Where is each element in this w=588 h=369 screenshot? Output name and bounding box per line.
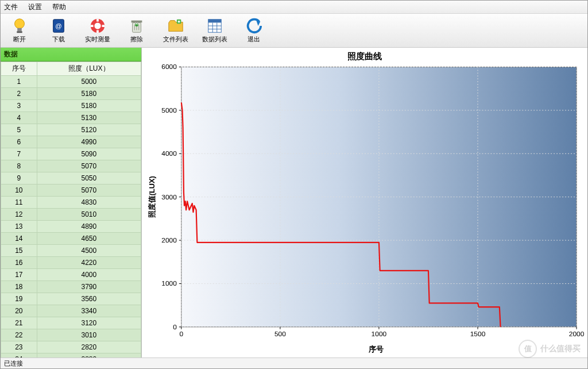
- cell-index: 24: [1, 353, 37, 358]
- cell-index: 2: [1, 88, 37, 100]
- col-index[interactable]: 序号: [1, 62, 37, 76]
- main-body: 数据 序号 照度（LUX） 15000251803518045130551206…: [1, 48, 587, 358]
- menu-help[interactable]: 帮助: [52, 2, 66, 12]
- svg-text:0: 0: [173, 323, 177, 331]
- bulb-icon: [11, 17, 28, 34]
- cell-lux: 2880: [37, 353, 141, 358]
- cell-lux: 4500: [37, 245, 141, 257]
- cell-index: 22: [1, 329, 37, 341]
- cell-lux: 5130: [37, 112, 141, 124]
- table-row[interactable]: 64990: [1, 136, 141, 148]
- cell-index: 1: [1, 76, 37, 88]
- cell-index: 10: [1, 184, 37, 197]
- data-panel: 数据 序号 照度（LUX） 15000251803518045130551206…: [1, 48, 142, 358]
- svg-text:1000: 1000: [372, 330, 387, 338]
- realtime-label: 实时测量: [85, 35, 110, 44]
- exit-button[interactable]: 退出: [239, 16, 268, 45]
- cell-index: 8: [1, 160, 37, 172]
- svg-rect-2: [17, 31, 22, 33]
- table-row[interactable]: 25180: [1, 88, 141, 100]
- cell-lux: 4000: [37, 269, 141, 281]
- svg-point-0: [15, 19, 25, 29]
- table-row[interactable]: 75090: [1, 148, 141, 160]
- table-row[interactable]: 55120: [1, 124, 141, 136]
- svg-text:1000: 1000: [161, 279, 177, 287]
- cell-index: 20: [1, 305, 37, 317]
- download-button[interactable]: @ 下载: [44, 16, 73, 45]
- table-row[interactable]: 213120: [1, 317, 141, 329]
- table-row[interactable]: 223010: [1, 329, 141, 341]
- svg-text:4000: 4000: [161, 149, 177, 157]
- disconnect-button[interactable]: 断开: [5, 16, 34, 45]
- table-row[interactable]: 125010: [1, 209, 141, 221]
- table-row[interactable]: 15000: [1, 76, 141, 88]
- cell-index: 19: [1, 293, 37, 305]
- realtime-button[interactable]: 实时测量: [83, 16, 112, 45]
- data-grid-scroll[interactable]: 序号 照度（LUX） 15000251803518045130551206499…: [1, 62, 141, 358]
- table-row[interactable]: 203340: [1, 305, 141, 317]
- table-icon: [206, 17, 223, 34]
- cell-lux: 5120: [37, 124, 141, 136]
- svg-rect-9: [131, 21, 142, 23]
- table-row[interactable]: 105070: [1, 184, 141, 197]
- cell-lux: 5090: [37, 148, 141, 160]
- menubar: 文件 设置 帮助: [1, 1, 587, 14]
- cell-index: 21: [1, 317, 37, 329]
- table-row[interactable]: 95050: [1, 172, 141, 184]
- table-row[interactable]: 193560: [1, 293, 141, 305]
- cell-index: 7: [1, 148, 37, 160]
- table-row[interactable]: 174000: [1, 269, 141, 281]
- cell-lux: 5180: [37, 88, 141, 100]
- svg-text:序号: 序号: [368, 345, 384, 353]
- cell-lux: 4890: [37, 221, 141, 233]
- book-icon: @: [50, 17, 67, 34]
- table-row[interactable]: 242880: [1, 353, 141, 358]
- cell-index: 18: [1, 281, 37, 293]
- clear-button[interactable]: 擦除: [122, 16, 151, 45]
- col-lux[interactable]: 照度（LUX）: [37, 62, 141, 76]
- cell-index: 23: [1, 341, 37, 353]
- cell-lux: 2820: [37, 341, 141, 353]
- table-row[interactable]: 114830: [1, 197, 141, 209]
- table-row[interactable]: 144650: [1, 233, 141, 245]
- table-row[interactable]: 45130: [1, 112, 141, 124]
- table-row[interactable]: 183790: [1, 281, 141, 293]
- datalist-label: 数据列表: [202, 35, 227, 44]
- chart-panel: 0100020003000400050006000050010001500200…: [142, 48, 587, 358]
- lux-chart: 0100020003000400050006000050010001500200…: [144, 50, 585, 355]
- disconnect-label: 断开: [13, 35, 26, 44]
- table-row[interactable]: 35180: [1, 100, 141, 112]
- app-window: 文件 设置 帮助 断开 @ 下载 实时测量 擦除 文件列表 数据列表: [0, 0, 588, 369]
- menu-settings[interactable]: 设置: [28, 2, 42, 12]
- filelist-button[interactable]: 文件列表: [161, 16, 190, 45]
- cell-lux: 3120: [37, 317, 141, 329]
- cell-lux: 5000: [37, 76, 141, 88]
- svg-text:2000: 2000: [569, 330, 585, 338]
- cell-index: 6: [1, 136, 37, 148]
- panel-title: 数据: [1, 48, 141, 62]
- cell-lux: 4220: [37, 257, 141, 269]
- cell-index: 11: [1, 197, 37, 209]
- svg-rect-13: [208, 20, 222, 23]
- table-row[interactable]: 85070: [1, 160, 141, 172]
- menu-file[interactable]: 文件: [4, 2, 18, 12]
- cell-index: 15: [1, 245, 37, 257]
- datalist-button[interactable]: 数据列表: [200, 16, 229, 45]
- cell-index: 17: [1, 269, 37, 281]
- svg-rect-1: [17, 28, 22, 32]
- table-row[interactable]: 164220: [1, 257, 141, 269]
- cell-index: 16: [1, 257, 37, 269]
- clear-label: 擦除: [130, 35, 143, 44]
- svg-text:6000: 6000: [161, 63, 177, 71]
- table-row[interactable]: 154500: [1, 245, 141, 257]
- cell-index: 12: [1, 209, 37, 221]
- trash-icon: [128, 17, 145, 34]
- cell-lux: 5070: [37, 184, 141, 197]
- lifebuoy-icon: [89, 17, 106, 34]
- table-row[interactable]: 134890: [1, 221, 141, 233]
- svg-text:1500: 1500: [470, 330, 486, 338]
- svg-text:照度曲线: 照度曲线: [347, 51, 382, 61]
- exit-label: 退出: [247, 35, 260, 44]
- cell-lux: 5050: [37, 172, 141, 184]
- table-row[interactable]: 232820: [1, 341, 141, 353]
